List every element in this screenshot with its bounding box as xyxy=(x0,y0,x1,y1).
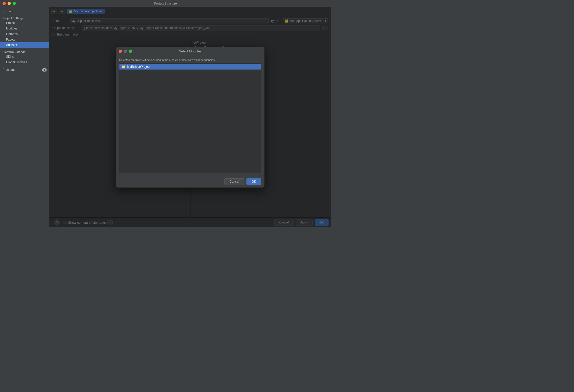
close-button[interactable] xyxy=(3,2,6,5)
sidebar-item-facets[interactable]: Facets xyxy=(0,37,49,42)
dialog-body: Selected modules will be included in the… xyxy=(116,56,264,176)
dialog-min-button[interactable] xyxy=(124,50,127,53)
dialog-module-item-myeclipseproject[interactable]: 📁 MyEclipseProject xyxy=(119,64,261,70)
dialog-description: Selected modules will be included in the… xyxy=(119,58,261,61)
select-modules-dialog: Select Modules Selected modules will be … xyxy=(116,47,265,188)
dialog-ok-button[interactable]: OK xyxy=(246,178,261,185)
dialog-footer: Cancel OK xyxy=(116,176,264,187)
back-arrow-icon[interactable]: ← xyxy=(2,9,7,14)
dialog-close-button[interactable] xyxy=(119,50,122,53)
module-name: MyEclipseProject xyxy=(127,65,150,69)
dialog-title: Select Modules xyxy=(179,49,202,53)
window-title: Project Structure xyxy=(154,2,177,5)
nav-row: ← → xyxy=(0,8,49,15)
platform-settings-label: Platform Settings xyxy=(0,48,49,54)
dialog-max-button[interactable] xyxy=(129,50,132,53)
dialog-cancel-button[interactable]: Cancel xyxy=(224,178,244,185)
minimize-button[interactable] xyxy=(8,2,11,5)
problems-label: Problems xyxy=(3,68,15,72)
main-layout: ← → Project Settings Project Modules Lib… xyxy=(0,7,331,227)
maximize-button[interactable] xyxy=(13,2,16,5)
project-settings-label: Project Settings xyxy=(0,15,49,20)
dialog-window-controls xyxy=(119,50,132,53)
content-area: + − 🗂️ MyEclipseProject:war Name: Type: … xyxy=(49,7,331,227)
dialog-overlay: Select Modules Selected modules will be … xyxy=(49,7,331,227)
sidebar-item-sdks[interactable]: SDKs xyxy=(0,54,49,59)
title-bar: Project Structure xyxy=(0,0,331,7)
module-folder-icon: 📁 xyxy=(121,65,125,69)
sidebar-item-artifacts[interactable]: Artifacts xyxy=(0,42,49,48)
problems-badge: 1 xyxy=(42,68,47,72)
sidebar: ← → Project Settings Project Modules Lib… xyxy=(0,7,49,227)
forward-arrow-icon[interactable]: → xyxy=(8,9,12,14)
sidebar-item-modules[interactable]: Modules xyxy=(0,26,49,31)
sidebar-item-project[interactable]: Project xyxy=(0,20,49,26)
problems-row[interactable]: Problems 1 xyxy=(0,67,49,73)
dialog-module-list: 📁 MyEclipseProject xyxy=(119,63,261,173)
sidebar-item-libraries[interactable]: Libraries xyxy=(0,31,49,37)
sidebar-item-global-libraries[interactable]: Global Libraries xyxy=(0,59,49,65)
dialog-titlebar: Select Modules xyxy=(116,47,264,56)
window-controls xyxy=(3,2,16,5)
